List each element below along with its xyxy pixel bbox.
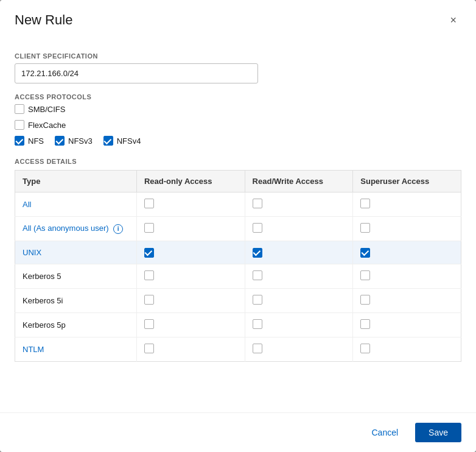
nfsv4-label: NFSv4 bbox=[117, 136, 141, 146]
k5-read-only-cell bbox=[136, 264, 245, 288]
unix-superuser-cell bbox=[353, 241, 461, 264]
modal-overlay: New Rule × CLIENT SPECIFICATION ACCESS P… bbox=[0, 0, 476, 452]
k5i-read-only-cell bbox=[136, 288, 245, 313]
access-protocols-label: ACCESS PROTOCOLS bbox=[15, 93, 461, 101]
unix-read-only-cell bbox=[136, 241, 245, 264]
ntlm-superuser-checkbox[interactable] bbox=[360, 344, 370, 353]
nfsv4-checkbox[interactable] bbox=[103, 136, 113, 146]
table-row: All bbox=[15, 192, 461, 217]
k5p-read-write-checkbox[interactable] bbox=[253, 319, 262, 329]
anon-superuser-cell bbox=[353, 217, 461, 241]
anon-superuser-checkbox[interactable] bbox=[360, 223, 370, 233]
ntlm-read-write-cell bbox=[245, 337, 353, 361]
smb-cifs-label: SMB/CIFS bbox=[28, 105, 65, 114]
k5p-superuser-cell bbox=[353, 313, 461, 337]
flexcache-label: FlexCache bbox=[28, 121, 66, 130]
smb-cifs-checkbox[interactable] bbox=[15, 104, 24, 114]
access-details-table: Type Read-only Access Read/Write Access … bbox=[15, 170, 461, 362]
type-kerberos5p: Kerberos 5p bbox=[15, 313, 137, 337]
k5-superuser-checkbox[interactable] bbox=[360, 270, 370, 280]
k5i-read-only-checkbox[interactable] bbox=[144, 295, 154, 305]
modal-footer: Cancel Save bbox=[0, 412, 476, 452]
access-protocols-group: SMB/CIFS FlexCache NFS NFSv3 bbox=[15, 104, 461, 146]
nfsv4-item: NFSv4 bbox=[103, 136, 141, 146]
table-row: Kerberos 5p bbox=[15, 313, 461, 337]
nfsv3-label: NFSv3 bbox=[68, 136, 93, 146]
nfs-row: NFS NFSv3 NFSv4 bbox=[15, 136, 461, 146]
k5-superuser-cell bbox=[353, 264, 461, 288]
type-unix: UNIX bbox=[15, 241, 137, 264]
save-button[interactable]: Save bbox=[415, 423, 461, 442]
type-all: All bbox=[15, 192, 137, 217]
anon-read-write-checkbox[interactable] bbox=[253, 223, 262, 233]
all-read-write-checkbox[interactable] bbox=[253, 199, 262, 208]
access-details-label: ACCESS DETAILS bbox=[15, 158, 461, 165]
k5i-read-write-checkbox[interactable] bbox=[253, 295, 262, 305]
k5i-superuser-cell bbox=[353, 288, 461, 313]
k5p-read-only-checkbox[interactable] bbox=[144, 319, 154, 329]
all-read-only-checkbox[interactable] bbox=[144, 199, 154, 208]
table-row-unix: UNIX bbox=[15, 241, 461, 264]
type-kerberos5: Kerberos 5 bbox=[15, 264, 137, 288]
anon-read-only-checkbox[interactable] bbox=[144, 223, 154, 233]
cancel-button[interactable]: Cancel bbox=[362, 423, 408, 442]
ntlm-superuser-cell bbox=[353, 337, 461, 361]
ntlm-read-only-cell bbox=[136, 337, 245, 361]
ntlm-read-write-checkbox[interactable] bbox=[253, 344, 262, 353]
new-rule-modal: New Rule × CLIENT SPECIFICATION ACCESS P… bbox=[0, 0, 476, 452]
modal-title: New Rule bbox=[15, 12, 72, 28]
col-type: Type bbox=[15, 171, 137, 192]
smb-cifs-item: SMB/CIFS bbox=[15, 104, 461, 114]
type-kerberos5i: Kerberos 5i bbox=[15, 288, 137, 313]
flexcache-checkbox[interactable] bbox=[15, 120, 24, 130]
nfs-item: NFS bbox=[15, 136, 44, 146]
flexcache-item: FlexCache bbox=[15, 120, 461, 130]
table-row: Kerberos 5 bbox=[15, 264, 461, 288]
type-all-anonymous: All (As anonymous user) i bbox=[15, 217, 137, 241]
nfs-label: NFS bbox=[28, 136, 44, 146]
unix-read-write-cell bbox=[245, 241, 353, 264]
all-superuser-cell bbox=[353, 192, 461, 217]
all-superuser-checkbox[interactable] bbox=[360, 199, 370, 208]
col-superuser: Superuser Access bbox=[353, 171, 461, 192]
modal-body: CLIENT SPECIFICATION ACCESS PROTOCOLS SM… bbox=[0, 38, 476, 412]
k5p-superuser-checkbox[interactable] bbox=[360, 319, 370, 329]
unix-superuser-checkbox[interactable] bbox=[360, 248, 370, 258]
anon-read-write-cell bbox=[245, 217, 353, 241]
modal-header: New Rule × bbox=[0, 0, 476, 38]
col-read-write: Read/Write Access bbox=[245, 171, 353, 192]
nfsv3-item: NFSv3 bbox=[55, 136, 93, 146]
table-row: All (As anonymous user) i bbox=[15, 217, 461, 241]
k5i-read-write-cell bbox=[245, 288, 353, 313]
type-ntlm: NTLM bbox=[15, 337, 137, 361]
close-button[interactable]: × bbox=[445, 12, 461, 28]
client-specification-label: CLIENT SPECIFICATION bbox=[15, 52, 461, 60]
col-read-only: Read-only Access bbox=[136, 171, 245, 192]
all-read-only-cell bbox=[136, 192, 245, 217]
k5p-read-only-cell bbox=[136, 313, 245, 337]
table-row: Kerberos 5i bbox=[15, 288, 461, 313]
table-header-row: Type Read-only Access Read/Write Access … bbox=[15, 171, 461, 192]
info-icon[interactable]: i bbox=[113, 224, 123, 234]
k5i-superuser-checkbox[interactable] bbox=[360, 295, 370, 305]
all-read-write-cell bbox=[245, 192, 353, 217]
table-row: NTLM bbox=[15, 337, 461, 361]
k5-read-write-cell bbox=[245, 264, 353, 288]
k5-read-only-checkbox[interactable] bbox=[144, 270, 154, 280]
nfs-checkbox[interactable] bbox=[15, 136, 24, 146]
unix-read-write-checkbox[interactable] bbox=[253, 248, 262, 258]
k5-read-write-checkbox[interactable] bbox=[253, 270, 262, 280]
unix-read-only-checkbox[interactable] bbox=[144, 248, 154, 258]
client-specification-input[interactable] bbox=[15, 63, 258, 83]
k5p-read-write-cell bbox=[245, 313, 353, 337]
ntlm-read-only-checkbox[interactable] bbox=[144, 344, 154, 353]
anon-read-only-cell bbox=[136, 217, 245, 241]
nfsv3-checkbox[interactable] bbox=[55, 136, 65, 146]
